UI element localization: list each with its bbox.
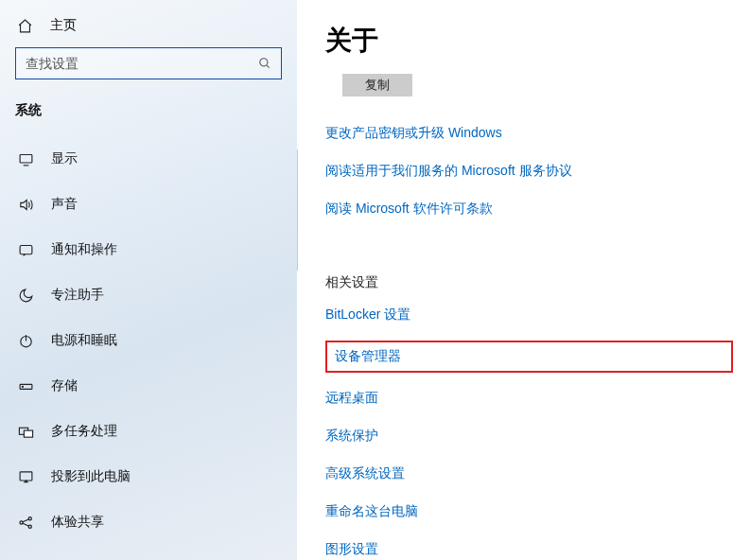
display-icon (17, 151, 34, 167)
vertical-divider (297, 149, 298, 271)
svg-point-13 (28, 516, 31, 519)
search-box[interactable] (15, 47, 282, 79)
copy-button[interactable]: 复制 (342, 74, 412, 96)
svg-rect-2 (20, 154, 32, 163)
link-license-terms[interactable]: 阅读 Microsoft 软件许可条款 (325, 193, 733, 225)
svg-rect-11 (20, 471, 32, 480)
sidebar-item-notifications[interactable]: 通知和操作 (15, 227, 282, 272)
related-link[interactable]: 重命名这台电脑 (325, 496, 733, 528)
page-title: 关于 (325, 23, 733, 59)
home-icon (17, 18, 33, 34)
sidebar-item-display[interactable]: 显示 (15, 136, 282, 182)
sidebar-item-sound[interactable]: 声音 (15, 182, 282, 227)
focus-assist-icon (17, 288, 34, 304)
svg-line-15 (22, 518, 27, 521)
related-link[interactable]: 系统保护 (325, 420, 733, 452)
sidebar-section-header: 系统 (15, 100, 282, 136)
shared-experiences-icon (17, 515, 34, 531)
search-input[interactable] (26, 56, 253, 71)
sidebar-item-label: 多任务处理 (51, 423, 117, 440)
sidebar-item-label: 通知和操作 (51, 241, 117, 258)
sidebar-item-label: 存储 (51, 377, 78, 394)
sidebar-item-label: 显示 (51, 150, 78, 167)
sidebar-item-focus-assist[interactable]: 专注助手 (15, 272, 282, 318)
sidebar-item-label: 投影到此电脑 (51, 468, 131, 485)
projecting-icon (17, 469, 34, 485)
sidebar-item-multitasking[interactable]: 多任务处理 (15, 409, 282, 454)
sidebar-item-label: 专注助手 (51, 287, 104, 304)
link-service-agreement[interactable]: 阅读适用于我们服务的 Microsoft 服务协议 (325, 155, 733, 187)
search-icon (258, 57, 271, 70)
svg-rect-4 (20, 245, 32, 254)
sidebar-item-label: 电源和睡眠 (51, 332, 117, 349)
related-links: BitLocker 设置设备管理器远程桌面系统保护高级系统设置重命名这台电脑图形… (325, 299, 733, 560)
sidebar: 主页 系统 显示 声音 通知和操作 (0, 0, 297, 560)
svg-point-12 (19, 520, 22, 523)
sidebar-home[interactable]: 主页 (15, 13, 282, 47)
svg-rect-10 (24, 430, 32, 437)
svg-point-14 (28, 525, 31, 528)
sidebar-item-label: 体验共享 (51, 514, 104, 531)
multitasking-icon (17, 424, 34, 440)
sidebar-home-label: 主页 (50, 17, 77, 34)
notification-icon (17, 242, 34, 258)
storage-icon (17, 378, 34, 394)
related-link[interactable]: 远程桌面 (325, 382, 733, 414)
sidebar-item-label: 声音 (51, 196, 78, 213)
svg-line-1 (267, 65, 270, 68)
related-link[interactable]: BitLocker 设置 (325, 299, 733, 331)
link-change-product-key[interactable]: 更改产品密钥或升级 Windows (325, 117, 733, 149)
related-link[interactable]: 图形设置 (325, 534, 733, 560)
sound-icon (17, 197, 34, 213)
svg-line-16 (22, 523, 27, 526)
related-link[interactable]: 设备管理器 (325, 341, 733, 373)
sidebar-item-shared-experiences[interactable]: 体验共享 (15, 499, 282, 545)
power-icon (17, 333, 34, 349)
svg-point-0 (260, 59, 268, 66)
main-content: 关于 复制 更改产品密钥或升级 Windows 阅读适用于我们服务的 Micro… (297, 0, 733, 560)
svg-point-8 (22, 386, 23, 387)
top-links: 更改产品密钥或升级 Windows 阅读适用于我们服务的 Microsoft 服… (325, 117, 733, 225)
sidebar-item-power-sleep[interactable]: 电源和睡眠 (15, 318, 282, 363)
sidebar-item-storage[interactable]: 存储 (15, 363, 282, 409)
related-settings-header: 相关设置 (325, 267, 733, 299)
related-link[interactable]: 高级系统设置 (325, 458, 733, 490)
sidebar-item-projecting[interactable]: 投影到此电脑 (15, 454, 282, 499)
